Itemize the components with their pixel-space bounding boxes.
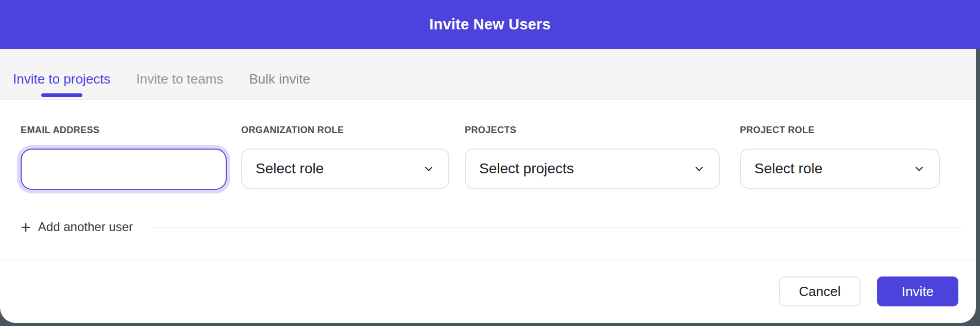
invite-dialog: Invite to projects Invite to teams Bulk …: [0, 49, 976, 323]
dialog-title: Invite New Users: [429, 16, 550, 33]
projects-group: PROJECTS Select projects: [465, 125, 720, 189]
invite-button[interactable]: Invite: [877, 276, 958, 306]
tab-label: Invite to projects: [13, 71, 110, 87]
active-tab-indicator: [41, 93, 82, 97]
chevron-down-icon: [423, 162, 435, 175]
project-role-select[interactable]: Select role: [740, 149, 940, 189]
dialog-footer: Cancel Invite: [779, 276, 958, 306]
cancel-button[interactable]: Cancel: [779, 276, 860, 306]
tab-bulk-invite[interactable]: Bulk invite: [249, 59, 310, 99]
organization-role-group: ORGANIZATION ROLE Select role: [241, 125, 449, 189]
tab-bar: Invite to projects Invite to teams Bulk …: [0, 49, 976, 100]
tab-label: Invite to teams: [136, 71, 223, 87]
project-role-label: PROJECT ROLE: [740, 125, 940, 135]
add-another-user-button[interactable]: + Add another user: [21, 219, 133, 235]
add-user-row: + Add another user: [21, 219, 962, 235]
add-another-user-label: Add another user: [38, 220, 133, 234]
projects-select[interactable]: Select projects: [465, 149, 720, 189]
chevron-down-icon: [693, 162, 705, 175]
select-value: Select projects: [479, 160, 574, 177]
email-input[interactable]: [21, 149, 227, 190]
add-user-divider: [151, 227, 962, 227]
organization-role-label: ORGANIZATION ROLE: [241, 125, 449, 135]
project-role-group: PROJECT ROLE Select role: [740, 125, 940, 189]
plus-icon: +: [21, 219, 31, 235]
projects-label: PROJECTS: [465, 125, 720, 135]
select-value: Select role: [754, 160, 822, 177]
dialog-header: Invite New Users: [0, 0, 980, 49]
tab-invite-to-projects[interactable]: Invite to projects: [13, 59, 110, 99]
select-value: Select role: [256, 160, 324, 177]
email-field-group: EMAIL ADDRESS: [21, 125, 227, 190]
organization-role-select[interactable]: Select role: [241, 149, 449, 189]
chevron-down-icon: [913, 162, 925, 175]
email-address-label: EMAIL ADDRESS: [21, 125, 227, 135]
page-background: { "dialog": { "title": "Invite New Users…: [0, 0, 980, 326]
footer-divider: [0, 259, 976, 259]
tab-label: Bulk invite: [249, 71, 310, 87]
tab-invite-to-teams[interactable]: Invite to teams: [136, 59, 223, 99]
